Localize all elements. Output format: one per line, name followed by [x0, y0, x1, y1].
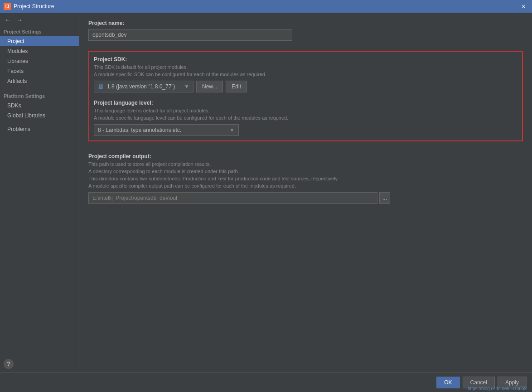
monitor-icon: 🖥: [98, 83, 104, 90]
dialog-title: Project Structure: [14, 3, 54, 10]
language-level-desc2: A module specific language level can be …: [94, 115, 517, 121]
forward-button[interactable]: →: [15, 15, 24, 25]
project-sdk-desc1: This SDK is default for all project modu…: [94, 64, 517, 70]
back-button[interactable]: ←: [3, 15, 13, 25]
sidebar-item-artifacts[interactable]: Artifacts: [0, 76, 79, 86]
ok-button[interactable]: OK: [436, 377, 459, 388]
language-level-subsection: Project language level: This language le…: [94, 100, 517, 136]
bottom-link[interactable]: https://blog.csdn.net/liu16659: [468, 386, 527, 391]
sidebar-item-problems[interactable]: Problems: [0, 124, 79, 134]
bottom-bar: OK Cancel Apply https://blog.csdn.net/li…: [0, 373, 532, 392]
project-name-input[interactable]: [88, 29, 292, 41]
main-layout: ← → Project Settings Project Modules Lib…: [0, 13, 532, 373]
sidebar-item-project[interactable]: Project: [0, 36, 79, 46]
title-bar-left: IJ Project Structure: [4, 3, 54, 10]
sidebar: ← → Project Settings Project Modules Lib…: [0, 13, 79, 373]
compiler-output-label: Project compiler output:: [88, 153, 523, 160]
sidebar-bottom: ?: [0, 355, 79, 373]
sidebar-item-global-libraries[interactable]: Global Libraries: [0, 111, 79, 121]
compiler-output-desc2: A directory corresponding to each module…: [88, 169, 523, 174]
compiler-output-desc4: A module specific compiler output path c…: [88, 183, 523, 189]
sdk-edit-button[interactable]: Edit: [226, 81, 247, 92]
compiler-output-desc1: This path is used to store all project c…: [88, 161, 523, 167]
sidebar-item-sdks[interactable]: SDKs: [0, 101, 79, 111]
project-sdk-label: Project SDK:: [94, 56, 517, 63]
sdk-dropdown[interactable]: 🖥 1.8 (java version "1.8.0_77") ▼: [94, 81, 193, 92]
other-section: Problems: [0, 124, 79, 134]
browse-button[interactable]: ...: [379, 192, 390, 204]
sdk-dropdown-arrow-icon: ▼: [184, 83, 189, 90]
compiler-output-desc3: This directory contains two subdirectori…: [88, 176, 523, 181]
project-sdk-section: Project SDK: This SDK is default for all…: [88, 51, 523, 141]
sdk-value: 1.8 (java version "1.8.0_77"): [107, 83, 175, 90]
project-name-label: Project name:: [88, 20, 523, 26]
sidebar-item-modules[interactable]: Modules: [0, 46, 79, 56]
language-level-label: Project language level:: [94, 100, 517, 106]
language-level-arrow-icon: ▼: [229, 127, 235, 133]
sdk-new-button[interactable]: New...: [196, 81, 223, 92]
platform-settings-header: Platform Settings: [0, 92, 79, 101]
language-level-desc1: This language level is default for all p…: [94, 108, 517, 113]
help-button[interactable]: ?: [4, 359, 14, 369]
content-area: Project name: Project SDK: This SDK is d…: [79, 13, 532, 373]
language-level-value: 8 - Lambdas, type annotations etc.: [98, 127, 181, 133]
sidebar-item-facets[interactable]: Facets: [0, 66, 79, 76]
project-sdk-desc2: A module specific SDK can be configured …: [94, 72, 517, 77]
compiler-path-input[interactable]: [88, 192, 377, 204]
app-icon: IJ: [4, 3, 11, 10]
title-bar: IJ Project Structure ×: [0, 0, 532, 13]
project-name-section: Project name:: [88, 20, 523, 41]
compiler-path-row: ...: [88, 192, 523, 204]
sidebar-item-libraries[interactable]: Libraries: [0, 56, 79, 66]
compiler-output-section: Project compiler output: This path is us…: [88, 153, 523, 204]
sdk-row: 🖥 1.8 (java version "1.8.0_77") ▼ New...…: [94, 81, 517, 92]
project-settings-header: Project Settings: [0, 27, 79, 36]
language-level-dropdown[interactable]: 8 - Lambdas, type annotations etc. ▼: [94, 124, 239, 136]
close-button[interactable]: ×: [518, 1, 528, 11]
sidebar-toolbar: ← →: [0, 13, 79, 27]
